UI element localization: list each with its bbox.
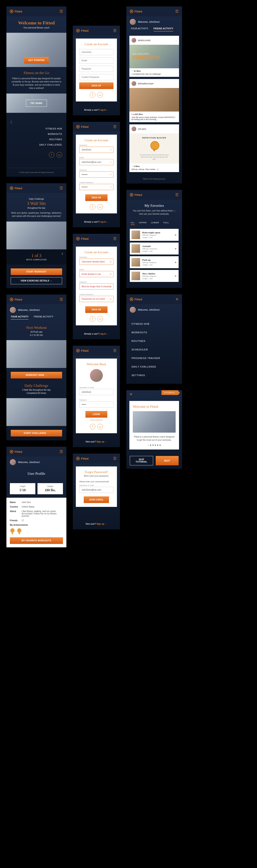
hamburger-icon[interactable]: ☰ — [113, 349, 116, 352]
logo[interactable]: Fitted — [10, 298, 22, 301]
confirm-password-input[interactable] — [79, 296, 114, 302]
favorite-workouts-button[interactable]: MY FAVORITE WORKOUTS — [10, 537, 63, 544]
tab-friend-activity[interactable]: FRIEND ACTIVITY — [153, 27, 173, 31]
signup-button[interactable]: SIGN UP — [79, 83, 114, 89]
close-icon[interactable]: ✕ — [175, 297, 179, 301]
twitter-icon[interactable]: 𐦐 — [57, 152, 62, 158]
logo[interactable]: Fitted — [76, 29, 88, 32]
menu-item[interactable]: SCHEDULER — [132, 345, 177, 354]
username-email-input[interactable] — [79, 389, 114, 395]
pager-dot[interactable] — [150, 444, 151, 446]
pager-dot[interactable] — [157, 444, 158, 446]
signup-link[interactable]: Sign up → — [96, 440, 107, 443]
hamburger-icon[interactable]: ☰ — [113, 237, 116, 241]
facebook-icon[interactable]: f — [49, 152, 54, 158]
pager-dot[interactable] — [148, 444, 149, 446]
menu-item[interactable]: SETTINGS — [132, 371, 177, 379]
workout-now-button[interactable]: WORKOUT NOW → — [11, 372, 62, 378]
heart-icon[interactable]: ♡ — [132, 70, 133, 72]
start-challenge-button[interactable]: START CHALLENGE → — [11, 430, 62, 436]
logo[interactable]: Fitted — [76, 237, 88, 240]
hamburger-icon[interactable]: ☰ — [175, 9, 179, 13]
password-input[interactable] — [79, 401, 114, 408]
signup-link[interactable]: Sign up → — [96, 523, 107, 525]
avatar[interactable] — [132, 126, 136, 131]
avatar[interactable] — [132, 81, 136, 86]
feed-user[interactable]: itsbradleycooper — [138, 83, 153, 85]
email-input[interactable] — [79, 271, 114, 277]
hamburger-icon[interactable]: ☰ — [113, 457, 116, 460]
username-input[interactable] — [79, 258, 114, 265]
facebook-icon[interactable]: f — [90, 316, 95, 321]
username-input[interactable] — [79, 49, 114, 55]
footer-link[interactable]: ROUTINES — [11, 138, 62, 141]
fav-item[interactable]: Push-upDifficulty: BeginnerLength: 1 min… — [130, 256, 179, 268]
pager-dot[interactable] — [152, 444, 153, 446]
twitter-icon[interactable]: 𐦐 — [97, 316, 103, 321]
facebook-icon[interactable]: f — [90, 204, 95, 210]
login-link[interactable]: Log in → — [99, 333, 109, 335]
filter-lower[interactable]: LOWER — [151, 221, 159, 225]
facebook-icon[interactable]: f — [90, 92, 95, 98]
share-icon[interactable]: ⇪ — [61, 252, 63, 255]
hamburger-icon[interactable]: ☰ — [113, 29, 116, 33]
try-demo-button[interactable]: TRY DEMO — [26, 100, 47, 107]
footer-link[interactable]: FITNESS HUB — [11, 128, 62, 130]
next-button[interactable]: NEXT — [156, 456, 179, 465]
heart-icon[interactable]: ♡ — [132, 165, 133, 167]
fav-item[interactable]: Slow climberDifficulty: BeginnerLength: … — [130, 270, 179, 282]
logo[interactable]: Fitted — [76, 457, 88, 460]
skip-tutorial-button[interactable]: SKIP TUTORIAL — [130, 456, 153, 465]
menu-item[interactable]: ROUTINES — [132, 337, 177, 345]
logo[interactable]: Fitted — [130, 193, 142, 196]
logo[interactable]: Fitted — [130, 298, 142, 301]
heart-icon[interactable]: ♥ — [132, 113, 133, 115]
twitter-icon[interactable]: 𐦐 — [97, 92, 103, 98]
email-input[interactable] — [79, 57, 114, 64]
menu-item[interactable]: DAILY CHALLENGE — [132, 363, 177, 371]
logo[interactable]: Fitted — [10, 10, 22, 13]
login-link[interactable]: Log in → — [99, 109, 109, 111]
start-workout-button[interactable]: START WORKOUT — [11, 269, 62, 275]
confirm-password-input[interactable] — [79, 184, 114, 190]
signup-button[interactable]: SIGN UP — [85, 306, 108, 313]
tab-your-activity[interactable]: YOUR ACTIVITY — [131, 27, 148, 31]
filter-all[interactable]: ALL — [131, 221, 135, 225]
avatar[interactable] — [130, 307, 136, 313]
avatar[interactable] — [130, 19, 136, 25]
logo[interactable]: Fitted — [130, 10, 142, 13]
password-input[interactable] — [79, 172, 114, 178]
confirm-password-input[interactable] — [79, 74, 114, 80]
login-button[interactable]: LOGIN — [85, 411, 107, 417]
get-started-button[interactable]: GET STARTED — [24, 57, 49, 64]
menu-item[interactable]: WORKOUTS — [132, 328, 177, 337]
avatar[interactable] — [10, 459, 16, 465]
hamburger-icon[interactable]: ☰ — [113, 125, 116, 129]
twitter-icon[interactable]: 𐦐 — [97, 204, 103, 210]
forgot-email-input[interactable] — [79, 487, 114, 493]
password-input[interactable] — [79, 66, 114, 72]
filter-full[interactable]: FULL — [164, 221, 169, 225]
hamburger-icon[interactable]: ☰ — [175, 193, 179, 197]
hamburger-icon[interactable]: ☰ — [60, 450, 63, 454]
feed-user[interactable]: destiny.metal — [138, 39, 150, 41]
email-input[interactable] — [79, 159, 114, 165]
tab-your-activity[interactable]: YOUR ACTIVITY — [11, 315, 28, 319]
logo[interactable]: Fitted — [10, 450, 22, 453]
twitter-icon[interactable]: 𐦐 — [97, 424, 103, 429]
close-icon[interactable]: ✕ — [130, 392, 133, 396]
pager-dot[interactable] — [155, 444, 156, 446]
send-email-button[interactable]: SEND EMAIL — [84, 496, 109, 503]
footer-link[interactable]: WORKOUTS — [11, 133, 62, 135]
feed-user[interactable]: earl.grey — [138, 128, 146, 130]
menu-item[interactable]: FITNESS HUB — [132, 319, 177, 328]
pager-dot[interactable] — [160, 444, 161, 446]
username-input[interactable] — [79, 147, 114, 153]
star-icon[interactable]: ★ — [174, 274, 177, 278]
login-link[interactable]: Log in → — [99, 221, 109, 223]
forgot-link[interactable]: Forgot password — [79, 419, 114, 421]
filter-upper[interactable]: UPPER — [139, 221, 147, 225]
avatar[interactable] — [132, 38, 136, 42]
footer-link[interactable]: DAILY CHALLENGE — [11, 144, 62, 146]
hamburger-icon[interactable]: ☰ — [60, 186, 63, 190]
